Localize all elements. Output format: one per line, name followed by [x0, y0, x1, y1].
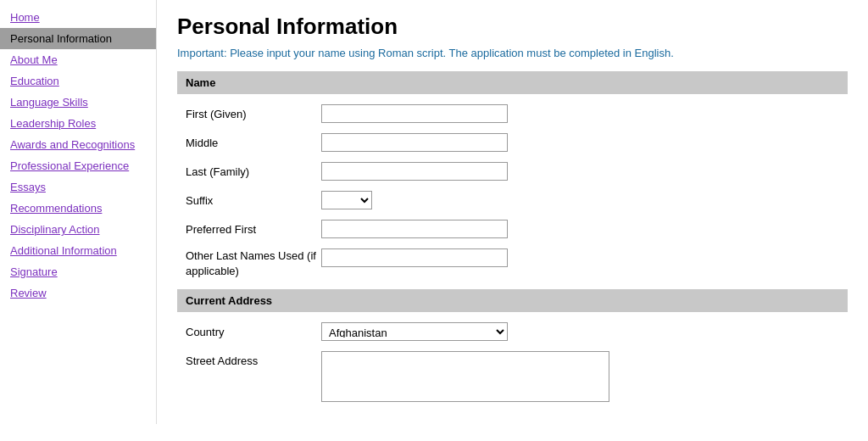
suffix-row: Suffix Jr. Sr. II III IV — [177, 189, 848, 211]
middle-label: Middle — [186, 133, 321, 149]
middle-input[interactable] — [321, 133, 508, 152]
sidebar-item-education[interactable]: Education — [0, 70, 156, 92]
sidebar-item-additional-information[interactable]: Additional Information — [0, 240, 156, 261]
other-last-names-row: Other Last Names Used (if applicable) — [177, 247, 848, 281]
street-address-row: Street Address — [177, 349, 848, 404]
last-family-input[interactable] — [321, 162, 508, 181]
name-section-header: Name — [177, 71, 848, 94]
preferred-first-input[interactable] — [321, 220, 508, 238]
page-title: Personal Information — [177, 14, 848, 40]
suffix-select[interactable]: Jr. Sr. II III IV — [321, 191, 372, 209]
sidebar-item-professional-experience[interactable]: Professional Experience — [0, 155, 156, 176]
country-label: Country — [186, 322, 321, 338]
last-family-label: Last (Family) — [186, 162, 321, 178]
address-section-header: Current Address — [177, 289, 848, 312]
preferred-first-label: Preferred First — [186, 220, 321, 236]
sidebar: HomePersonal InformationAbout MeEducatio… — [0, 0, 157, 424]
sidebar-item-leadership-roles[interactable]: Leadership Roles — [0, 113, 156, 134]
street-address-label: Street Address — [186, 351, 321, 367]
first-given-row: First (Given) — [177, 103, 848, 125]
first-given-label: First (Given) — [186, 104, 321, 120]
sidebar-item-about-me[interactable]: About Me — [0, 49, 156, 70]
country-select[interactable]: Afghanistan Albania Algeria United State… — [321, 322, 508, 341]
other-last-names-label: Other Last Names Used (if applicable) — [186, 248, 321, 279]
sidebar-item-home[interactable]: Home — [0, 7, 156, 28]
last-family-row: Last (Family) — [177, 160, 848, 182]
main-content: Personal Information Important: Please i… — [157, 0, 868, 424]
sidebar-item-recommendations[interactable]: Recommendations — [0, 198, 156, 219]
sidebar-item-language-skills[interactable]: Language Skills — [0, 92, 156, 113]
sidebar-item-signature[interactable]: Signature — [0, 261, 156, 282]
sidebar-item-essays[interactable]: Essays — [0, 176, 156, 198]
suffix-label: Suffix — [186, 191, 321, 207]
preferred-first-row: Preferred First — [177, 218, 848, 240]
street-address-input[interactable] — [321, 351, 609, 402]
sidebar-item-disciplinary-action[interactable]: Disciplinary Action — [0, 219, 156, 240]
sidebar-item-review[interactable]: Review — [0, 282, 156, 304]
sidebar-item-personal-information[interactable]: Personal Information — [0, 28, 156, 49]
important-notice: Important: Please input your name using … — [177, 47, 848, 59]
other-last-names-input[interactable] — [321, 248, 508, 267]
sidebar-item-awards-and-recognitions[interactable]: Awards and Recognitions — [0, 134, 156, 155]
first-given-input[interactable] — [321, 104, 508, 123]
country-row: Country Afghanistan Albania Algeria Unit… — [177, 321, 848, 343]
middle-row: Middle — [177, 131, 848, 154]
